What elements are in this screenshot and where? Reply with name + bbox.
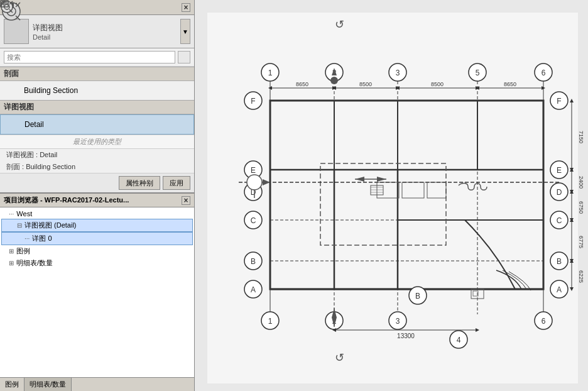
apply-button[interactable]: 应用	[163, 176, 190, 190]
svg-text:1: 1	[268, 317, 273, 326]
svg-text:B: B	[251, 257, 256, 266]
svg-text:C: C	[251, 216, 256, 225]
svg-text:D: D	[557, 188, 562, 197]
svg-rect-14	[1, 1, 8, 7]
section-detailview: 详图视图 Detail	[0, 100, 194, 135]
search-input[interactable]	[4, 51, 175, 63]
svg-text:13300: 13300	[397, 333, 415, 339]
tree-label-detail-view: 详图视图 (Detail)	[24, 221, 77, 230]
section-jianmian: 剖面 Building Section	[0, 67, 194, 100]
properties-title-bar: 属性 ×	[0, 0, 194, 15]
tree-label-west: West	[16, 210, 32, 218]
properties-close-button[interactable]: ×	[182, 3, 190, 12]
svg-text:4: 4	[457, 336, 461, 344]
svg-text:B: B	[415, 292, 420, 300]
search-bar	[0, 48, 194, 67]
schedule-tab-icon	[0, 0, 9, 8]
type-icon	[4, 19, 29, 44]
type-text: 详图视图 Detail	[33, 23, 177, 41]
project-browser: 项目浏览器 - WFP-RAC2017-02-Lectu... × ··· We…	[0, 192, 194, 391]
detail-label: Detail	[24, 120, 44, 129]
svg-point-102	[247, 175, 262, 190]
tree-label-legend: 图例	[16, 246, 30, 256]
svg-text:↺: ↺	[335, 351, 344, 364]
recently-item-1[interactable]: 剖面 : Building Section	[0, 161, 194, 173]
properties-type-button[interactable]: 属性种别	[119, 176, 160, 190]
detail-item[interactable]: Detail	[0, 114, 194, 135]
west-expand-icon: ···	[9, 211, 14, 218]
detail-view-expand-icon: ⊟	[17, 222, 22, 229]
type-selector: 详图视图 Detail ▼	[0, 15, 194, 48]
svg-text:A: A	[251, 285, 256, 294]
tree-item-west[interactable]: ··· West	[1, 209, 193, 219]
tree-item-detail-0[interactable]: ··· 详图 0	[1, 232, 193, 245]
svg-text:5: 5	[476, 69, 480, 77]
type-dropdown-button[interactable]: ▼	[180, 19, 190, 44]
svg-text:6: 6	[542, 69, 546, 77]
svg-text:E: E	[251, 166, 256, 175]
properties-panel: 属性 × 详图视图 Detail ▼ 剖	[0, 0, 195, 391]
building-section-icon	[6, 84, 20, 97]
svg-text:F: F	[557, 97, 561, 106]
project-tree: ··· West ⊟ 详图视图 (Detail) ··· 详图 0 ⊞ 图例 ⊞…	[0, 207, 194, 377]
tree-item-legend[interactable]: ⊞ 图例	[1, 245, 193, 257]
floor-plan-svg: ↺ 1 2 3 5 6 1 2 3 4 6	[195, 0, 588, 391]
detail-icon-container	[7, 118, 21, 131]
building-section-item[interactable]: Building Section	[0, 81, 194, 100]
recently-used-header: 最近使用的类型	[0, 135, 194, 149]
svg-text:3: 3	[396, 317, 400, 326]
type-name-en: Detail	[33, 33, 177, 41]
svg-text:F: F	[251, 97, 255, 106]
detail-0-icon: ···	[24, 235, 30, 242]
section-header-detailview: 详图视图	[0, 100, 194, 114]
project-browser-title-bar: 项目浏览器 - WFP-RAC2017-02-Lectu... ×	[0, 194, 194, 207]
tab-schedule-label: 明细表/数量	[30, 380, 66, 389]
drawing-area: ↺ 1 2 3 5 6 1 2 3 4 6	[195, 0, 588, 391]
svg-text:6225: 6225	[578, 270, 584, 283]
svg-text:6775: 6775	[578, 236, 584, 248]
bottom-tabs: 图例 明细表/数量	[0, 377, 194, 391]
search-button[interactable]	[178, 51, 190, 63]
type-name-cn: 详图视图	[33, 23, 177, 33]
svg-text:2400: 2400	[578, 176, 584, 189]
section-header-jianmian: 剖面	[0, 67, 194, 81]
svg-text:1: 1	[268, 69, 273, 77]
tree-item-schedule[interactable]: ⊞ 明细表/数量	[1, 257, 193, 269]
project-browser-title: 项目浏览器 - WFP-RAC2017-02-Lectu...	[4, 196, 129, 205]
svg-text:6: 6	[542, 317, 546, 326]
tab-legend[interactable]: 图例	[0, 378, 24, 391]
legend-expand-icon: ⊞	[9, 248, 14, 255]
tree-label-detail-0: 详图 0	[32, 234, 52, 243]
bottom-buttons: 属性种别 应用	[0, 173, 194, 192]
tab-schedule[interactable]: 明细表/数量	[24, 378, 72, 391]
tree-item-detail-view[interactable]: ⊟ 详图视图 (Detail)	[1, 219, 193, 232]
svg-text:8500: 8500	[359, 81, 372, 87]
svg-text:8650: 8650	[504, 81, 516, 87]
recently-item-0[interactable]: 详图视图 : Detail	[0, 149, 194, 161]
svg-text:B: B	[557, 257, 562, 266]
svg-text:A: A	[557, 285, 562, 294]
svg-text:8650: 8650	[296, 81, 308, 87]
svg-text:6750: 6750	[578, 201, 584, 214]
tree-label-schedule: 明细表/数量	[16, 258, 53, 268]
svg-text:3: 3	[396, 69, 400, 77]
svg-point-120	[330, 77, 338, 84]
svg-text:8500: 8500	[431, 81, 444, 87]
svg-text:E: E	[557, 166, 562, 175]
schedule-expand-icon: ⊞	[9, 260, 14, 267]
building-section-label: Building Section	[24, 86, 78, 95]
svg-text:7150: 7150	[578, 131, 584, 143]
svg-text:C: C	[557, 216, 562, 225]
rotate-icon-top: ↺	[335, 18, 344, 31]
tab-legend-label: 图例	[5, 380, 19, 389]
project-browser-close-button[interactable]: ×	[182, 196, 190, 205]
